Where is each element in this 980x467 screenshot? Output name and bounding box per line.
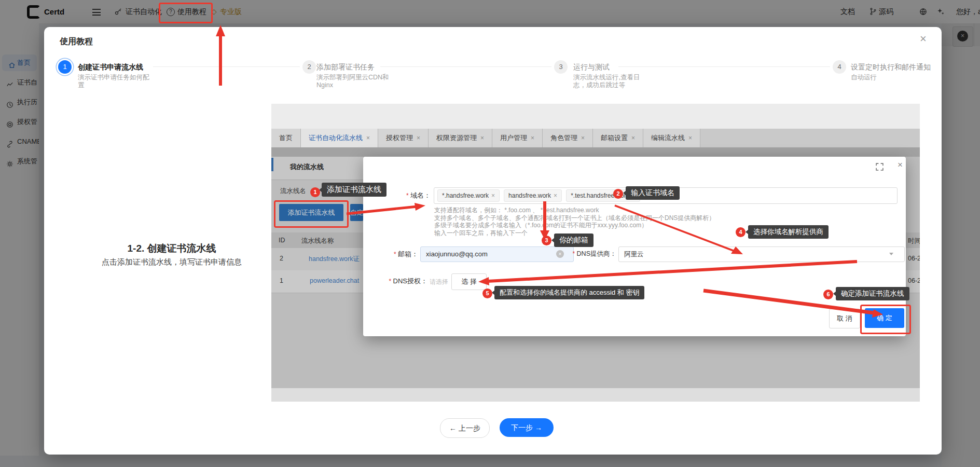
domain-helper-line: 输入一个回车之后，再输入下一个 bbox=[434, 229, 528, 237]
highlight-box-confirm bbox=[860, 305, 911, 334]
add-pipeline-dialog: × 域名： *.handsfree.work× handsfree.work× … bbox=[363, 157, 906, 336]
col-name: 流水线名称 bbox=[301, 237, 334, 245]
col-id: ID bbox=[279, 237, 285, 244]
tutorial-caption-desc: 点击添加证书流水线，填写证书申请信息 bbox=[68, 257, 275, 267]
dns-provider-label: DNS提供商： bbox=[564, 250, 616, 258]
tutorial-modal: 使用教程 × 1 创建证书申请流水线 演示证书申请任务如何配置 2 添加部署证书… bbox=[44, 27, 942, 455]
modal-close-icon[interactable]: × bbox=[920, 32, 927, 46]
fullscreen-icon[interactable] bbox=[876, 163, 884, 173]
embedded-gap bbox=[271, 147, 920, 157]
annotation-tip-3: 你的邮箱 bbox=[554, 233, 593, 247]
clear-input-icon[interactable]: × bbox=[556, 250, 564, 258]
cancel-button[interactable]: 取 消 bbox=[829, 309, 860, 328]
domain-helper-line: 支持通配符域名，例如： *.foo.com 、 *.test.handsfree… bbox=[434, 207, 599, 214]
dns-auth-label: DNS授权： bbox=[363, 277, 427, 286]
embedded-panel-title: 我的流水线 bbox=[290, 162, 324, 172]
pipeline-link[interactable]: powerleader.chat bbox=[310, 277, 359, 284]
prev-step-button[interactable]: ← 上一步 bbox=[440, 418, 490, 438]
highlight-box-tutorial bbox=[159, 3, 213, 23]
step-connector bbox=[618, 66, 830, 67]
panel-accent-bar bbox=[271, 158, 273, 171]
next-step-button[interactable]: 下一步 → bbox=[500, 418, 554, 437]
dialog-close-icon[interactable]: × bbox=[898, 160, 903, 170]
col-time: 时间 bbox=[908, 237, 920, 245]
step-2-title: 添加部署证书任务 bbox=[316, 63, 375, 72]
embedded-tab-perm[interactable]: 权限资源管理× bbox=[429, 129, 492, 147]
embedded-screenshot: 首页 证书自动化流水线× 授权管理× 权限资源管理× 用户管理× 角色管理× 邮… bbox=[271, 104, 920, 402]
domain-tag: *.handsfree.work× bbox=[437, 189, 500, 202]
row-time: 06-2 bbox=[908, 255, 920, 262]
dns-provider-select[interactable]: 阿里云 bbox=[618, 246, 905, 262]
chevron-down-icon bbox=[889, 253, 893, 255]
row-time: 06-2 bbox=[908, 277, 920, 284]
tutorial-caption-title: 1-2. 创建证书流水线 bbox=[94, 242, 250, 255]
step-1-title: 创建证书申请流水线 bbox=[78, 63, 143, 72]
embedded-tab-role[interactable]: 角色管理× bbox=[543, 129, 593, 147]
step-4-indicator: 4 bbox=[833, 60, 846, 74]
embedded-tabbar: 首页 证书自动化流水线× 授权管理× 权限资源管理× 用户管理× 角色管理× 邮… bbox=[271, 129, 920, 147]
annotation-tip-6: 确定添加证书流水线 bbox=[836, 287, 909, 300]
domain-tag: handsfree.work× bbox=[504, 189, 562, 202]
annotation-badge-6: 6 bbox=[823, 290, 833, 299]
app-root: Certd 证书自动化 ? 使用教程 ◇ 专业版 文档 源码 您好，admi 首… bbox=[0, 0, 980, 467]
row-id: 2 bbox=[280, 255, 283, 262]
annotation-tip-1: 添加证书流水线 bbox=[322, 183, 387, 197]
annotation-badge-2: 2 bbox=[613, 189, 623, 199]
row-id: 1 bbox=[280, 277, 283, 284]
custom-pipeline-button[interactable]: 自定 bbox=[350, 204, 363, 221]
step-3-indicator: 3 bbox=[554, 60, 568, 74]
step-3-desc: 演示流水线运行,查看日志，成功后跳过等 bbox=[573, 74, 650, 89]
embedded-tab-edit[interactable]: 编辑流水线× bbox=[643, 129, 700, 147]
embedded-tab-email[interactable]: 邮箱设置× bbox=[593, 129, 643, 147]
embedded-tab-user[interactable]: 用户管理× bbox=[492, 129, 543, 147]
embedded-header-band bbox=[271, 104, 920, 129]
annotation-badge-5: 5 bbox=[482, 289, 492, 298]
email-field-label: 邮箱： bbox=[363, 250, 418, 259]
step-2-indicator: 2 bbox=[302, 60, 316, 74]
step-1-indicator: 1 bbox=[58, 60, 72, 74]
step-4-desc: 自动运行 bbox=[851, 74, 955, 81]
tag-close-icon[interactable]: × bbox=[491, 192, 495, 199]
dns-auth-placeholder: 请选择 bbox=[430, 278, 448, 286]
domain-helper-line: 支持多个域名、多个子域名、多个通配符域名打到一个证书上（域名必须是在同一个DNS… bbox=[434, 214, 715, 222]
tab-close-icon[interactable]: × bbox=[417, 134, 420, 142]
step-connector bbox=[380, 66, 551, 67]
step-2-desc: 演示部署到阿里云CDN和Nginx bbox=[316, 74, 399, 89]
embedded-tab-pipeline[interactable]: 证书自动化流水线× bbox=[301, 129, 378, 147]
tab-close-icon[interactable]: × bbox=[531, 134, 534, 142]
step-connector bbox=[153, 66, 300, 67]
email-input[interactable]: xiaojunnuo@qq.com bbox=[420, 246, 574, 262]
highlight-box-add-pipeline bbox=[274, 200, 349, 228]
annotation-tip-2: 输入证书域名 bbox=[626, 186, 680, 200]
annotation-tip-4: 选择你域名解析提供商 bbox=[748, 225, 829, 239]
embedded-tab-home[interactable]: 首页 bbox=[271, 129, 301, 147]
pipeline-filter-label: 流水线名 bbox=[280, 187, 306, 196]
step-1-desc: 演示证书申请任务如何配置 bbox=[78, 74, 150, 89]
pipeline-link[interactable]: handsfree.work证 bbox=[309, 255, 360, 264]
annotation-badge-4: 4 bbox=[736, 227, 746, 237]
step-3-title: 运行与测试 bbox=[573, 63, 610, 72]
annotation-badge-3: 3 bbox=[542, 236, 551, 245]
tag-close-icon[interactable]: × bbox=[554, 192, 557, 199]
embedded-tab-auth[interactable]: 授权管理× bbox=[378, 129, 429, 147]
annotation-tip-5: 配置和选择你的域名提供商的 accessid 和 密钥 bbox=[494, 286, 644, 299]
tab-close-icon[interactable]: × bbox=[688, 134, 692, 142]
step-4-title: 设置定时执行和邮件通知 bbox=[851, 63, 931, 72]
modal-title: 使用教程 bbox=[60, 36, 93, 47]
embedded-footer-band bbox=[271, 388, 920, 402]
annotation-badge-1: 1 bbox=[310, 187, 320, 197]
domain-helper-line: 多级子域名要分成多个域名输入（*.foo.com的证书不能用于xxx.yyy.f… bbox=[434, 222, 647, 229]
select-auth-button[interactable]: 选 择 bbox=[451, 273, 487, 290]
tab-close-icon[interactable]: × bbox=[366, 134, 370, 142]
tab-close-icon[interactable]: × bbox=[480, 134, 484, 142]
tab-close-icon[interactable]: × bbox=[581, 134, 585, 142]
tab-close-icon[interactable]: × bbox=[631, 134, 635, 142]
